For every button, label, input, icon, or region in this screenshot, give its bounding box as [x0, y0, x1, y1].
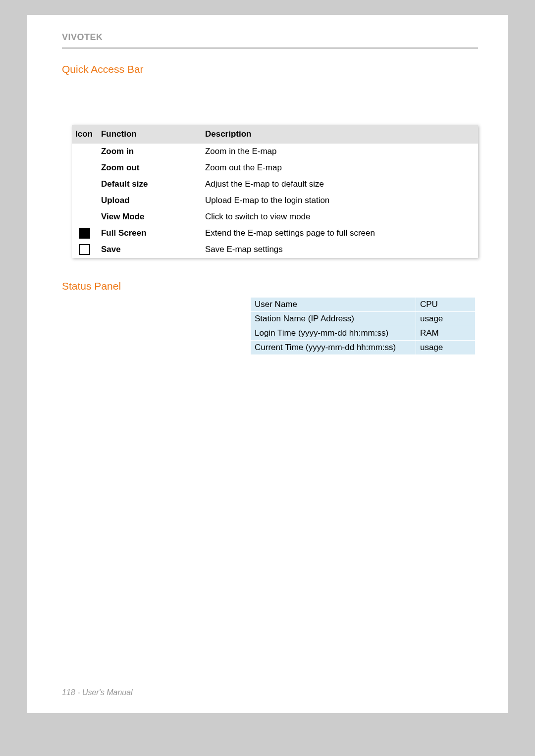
- table-row: Login Time (yyyy-mm-dd hh:mm:ss) RAM: [251, 326, 476, 341]
- default-size-icon: [72, 176, 98, 193]
- status-left: Login Time (yyyy-mm-dd hh:mm:ss): [251, 326, 416, 341]
- status-right: CPU: [416, 298, 476, 312]
- function-label: Default size: [98, 176, 202, 193]
- description-text: Zoom out the E-map: [202, 160, 478, 176]
- function-label: Zoom out: [98, 160, 202, 176]
- table-row: Current Time (yyyy-mm-dd hh:mm:ss) usage: [251, 341, 476, 355]
- description-text: Click to switch to view mode: [202, 209, 478, 225]
- description-text: Upload E-map to the login station: [202, 193, 478, 209]
- status-right: usage: [416, 312, 476, 326]
- brand-title: VIVOTEK: [62, 32, 478, 48]
- zoom-out-icon: [72, 160, 98, 176]
- table-row: Zoom out Zoom out the E-map: [72, 160, 478, 176]
- page-footer: 118 - User's Manual: [62, 688, 133, 697]
- status-left: Current Time (yyyy-mm-dd hh:mm:ss): [251, 341, 416, 355]
- status-panel-table: User Name CPU Station Name (IP Address) …: [250, 297, 476, 355]
- full-screen-icon: [72, 225, 98, 242]
- table-row: Full Screen Extend the E-map settings pa…: [72, 225, 478, 242]
- section-heading-quick-access: Quick Access Bar: [62, 63, 478, 75]
- upload-icon: [72, 193, 98, 209]
- description-text: Adjust the E-map to default size: [202, 176, 478, 193]
- function-label: Save: [98, 242, 202, 258]
- function-label: Zoom in: [98, 144, 202, 160]
- icon-function-table: Icon Function Description Zoom in Zoom i…: [72, 125, 478, 258]
- col-icon: Icon: [72, 125, 98, 144]
- status-right: RAM: [416, 326, 476, 341]
- divider: [62, 48, 478, 49]
- section-heading-status-panel: Status Panel: [62, 280, 478, 292]
- status-left: Station Name (IP Address): [251, 312, 416, 326]
- function-label: Full Screen: [98, 225, 202, 242]
- view-mode-icon: [72, 209, 98, 225]
- description-text: Zoom in the E-map: [202, 144, 478, 160]
- table-row: Save Save E-map settings: [72, 242, 478, 258]
- zoom-in-icon: [72, 144, 98, 160]
- status-right: usage: [416, 341, 476, 355]
- description-text: Save E-map settings: [202, 242, 478, 258]
- status-left: User Name: [251, 298, 416, 312]
- save-icon: [72, 242, 98, 258]
- col-description: Description: [202, 125, 478, 144]
- table-row: Default size Adjust the E-map to default…: [72, 176, 478, 193]
- table-row: View Mode Click to switch to view mode: [72, 209, 478, 225]
- function-label: Upload: [98, 193, 202, 209]
- table-header-row: Icon Function Description: [72, 125, 478, 144]
- table-row: Upload Upload E-map to the login station: [72, 193, 478, 209]
- description-text: Extend the E-map settings page to full s…: [202, 225, 478, 242]
- table-row: Station Name (IP Address) usage: [251, 312, 476, 326]
- table-row: Zoom in Zoom in the E-map: [72, 144, 478, 160]
- function-label: View Mode: [98, 209, 202, 225]
- document-page: VIVOTEK Quick Access Bar Icon Function D…: [27, 15, 508, 713]
- table-row: User Name CPU: [251, 298, 476, 312]
- col-function: Function: [98, 125, 202, 144]
